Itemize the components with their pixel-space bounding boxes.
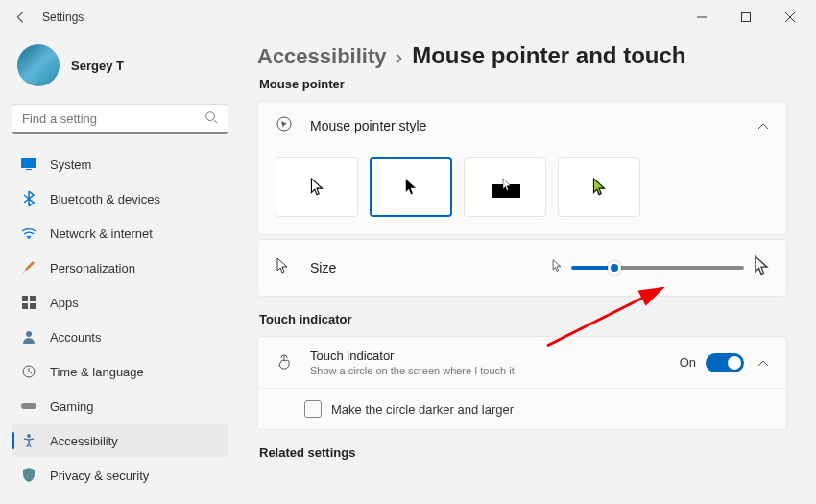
- bluetooth-icon: [21, 191, 36, 206]
- user-profile[interactable]: Sergey T: [12, 35, 228, 104]
- svg-rect-1: [742, 13, 751, 22]
- close-button[interactable]: [768, 0, 812, 35]
- sidebar: Sergey T System Bluetooth & devices Netw…: [0, 35, 240, 504]
- display-icon: [21, 156, 36, 172]
- slider-thumb[interactable]: [608, 261, 621, 275]
- section-touch-indicator: Touch indicator: [259, 312, 787, 326]
- sidebar-item-bluetooth[interactable]: Bluetooth & devices: [12, 182, 228, 215]
- shield-icon: [21, 468, 36, 483]
- card-size: Size: [257, 239, 787, 297]
- size-slider[interactable]: [571, 266, 744, 270]
- search-input[interactable]: [22, 111, 204, 126]
- pointer-style-white[interactable]: [276, 157, 358, 217]
- card-pointer-style: Mouse pointer style: [257, 101, 787, 235]
- breadcrumb: Accessibility › Mouse pointer and touch: [257, 42, 787, 69]
- svg-rect-9: [22, 303, 28, 309]
- darker-larger-checkbox[interactable]: [304, 400, 322, 418]
- clock-icon: [21, 364, 36, 379]
- sidebar-item-privacy[interactable]: Privacy & security: [12, 459, 228, 492]
- svg-rect-13: [21, 403, 36, 409]
- svg-rect-10: [30, 303, 36, 309]
- svg-rect-7: [22, 296, 28, 301]
- search-box[interactable]: [12, 104, 228, 134]
- svg-rect-5: [26, 169, 32, 170]
- sidebar-item-accessibility[interactable]: Accessibility: [12, 424, 228, 457]
- svg-rect-8: [30, 296, 36, 301]
- section-mouse-pointer: Mouse pointer: [259, 77, 787, 91]
- svg-point-11: [26, 331, 32, 337]
- person-icon: [21, 329, 36, 345]
- sidebar-item-accounts[interactable]: Accounts: [12, 321, 228, 353]
- back-button[interactable]: [4, 0, 38, 35]
- wifi-icon: [21, 226, 36, 241]
- svg-line-3: [214, 119, 218, 123]
- sidebar-item-gaming[interactable]: Gaming: [12, 390, 228, 422]
- touch-indicator-header[interactable]: Touch indicator Show a circle on the scr…: [258, 337, 786, 388]
- chevron-up-icon: [757, 117, 769, 134]
- cursor-style-icon: [276, 115, 295, 136]
- minimize-button[interactable]: [680, 0, 724, 35]
- cursor-small-icon: [552, 259, 562, 276]
- card-touch-indicator: Touch indicator Show a circle on the scr…: [257, 336, 787, 430]
- chevron-up-icon: [757, 354, 769, 372]
- touch-icon: [276, 352, 295, 373]
- cursor-large-icon: [754, 255, 769, 280]
- chevron-right-icon: ›: [396, 46, 403, 68]
- sidebar-item-time[interactable]: Time & language: [12, 355, 228, 388]
- pointer-style-custom[interactable]: [558, 157, 640, 217]
- pointer-style-inverted[interactable]: [464, 157, 546, 217]
- svg-point-6: [28, 237, 30, 239]
- search-icon: [204, 110, 218, 128]
- svg-point-14: [27, 434, 31, 438]
- gamepad-icon: [21, 398, 36, 414]
- svg-rect-4: [21, 158, 36, 168]
- sidebar-item-personalization[interactable]: Personalization: [12, 252, 228, 284]
- svg-point-2: [206, 111, 215, 120]
- touch-toggle[interactable]: [706, 353, 744, 372]
- brush-icon: [21, 260, 36, 276]
- accessibility-icon: [21, 433, 36, 448]
- sidebar-item-network[interactable]: Network & internet: [12, 217, 228, 250]
- main-content: Accessibility › Mouse pointer and touch …: [240, 35, 816, 504]
- breadcrumb-parent[interactable]: Accessibility: [257, 44, 387, 69]
- pointer-style-black[interactable]: [370, 157, 452, 217]
- sidebar-item-update[interactable]: Windows Update: [12, 493, 228, 504]
- apps-icon: [21, 295, 36, 310]
- pointer-style-header[interactable]: Mouse pointer style: [258, 102, 786, 150]
- avatar: [17, 44, 60, 86]
- page-title: Mouse pointer and touch: [412, 42, 685, 69]
- cursor-icon: [276, 257, 295, 278]
- sidebar-item-system[interactable]: System: [12, 148, 228, 180]
- maximize-button[interactable]: [724, 0, 768, 35]
- window-title: Settings: [42, 11, 84, 24]
- sidebar-item-apps[interactable]: Apps: [12, 286, 228, 319]
- user-name: Sergey T: [71, 59, 124, 73]
- section-related: Related settings: [259, 445, 787, 460]
